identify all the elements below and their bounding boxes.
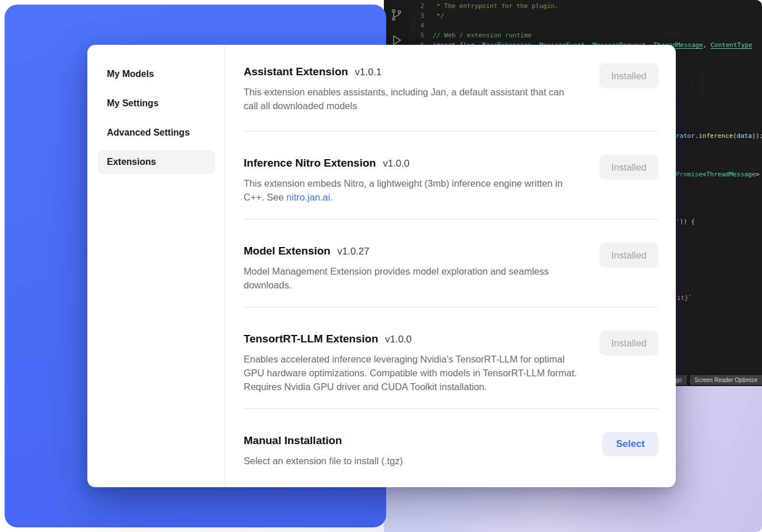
code-token: )); bbox=[752, 132, 762, 140]
extension-item: Model Extensionv1.0.27Model Management E… bbox=[244, 219, 659, 307]
extension-website-link[interactable]: nitro.jan.ai. bbox=[286, 192, 333, 202]
extension-item: Assistant Extensionv1.0.1This extension … bbox=[244, 64, 659, 131]
extension-item: Inference Nitro Extensionv1.0.0This exte… bbox=[244, 131, 659, 219]
code-token: * The entrypoint for the plugin. bbox=[433, 1, 559, 11]
extension-item: Manual InstallationSelect an extension f… bbox=[244, 408, 659, 483]
installed-button[interactable]: Installed bbox=[599, 330, 659, 356]
extension-description: Enables accelerated inference leveraging… bbox=[244, 352, 578, 394]
code-token: < bbox=[702, 171, 706, 178]
line-number: 3 bbox=[409, 11, 424, 21]
description-text: Enables accelerated inference leveraging… bbox=[244, 354, 577, 392]
extension-version: v1.0.27 bbox=[337, 246, 370, 257]
description-text: This extension enables assistants, inclu… bbox=[244, 87, 564, 111]
extension-title: Manual Installation bbox=[244, 433, 342, 448]
line-number: 5 bbox=[409, 30, 424, 40]
nav-item-my-settings[interactable]: My Settings bbox=[98, 91, 215, 115]
extension-description: This extension enables assistants, inclu… bbox=[244, 85, 578, 113]
code-token: ThreadMessage bbox=[706, 171, 756, 178]
code-token: )) { bbox=[680, 218, 695, 225]
code-token: Promise bbox=[676, 171, 702, 178]
extension-version: v1.0.0 bbox=[385, 334, 411, 345]
line-number: 2 bbox=[409, 1, 424, 11]
code-fragment: ')) { bbox=[676, 218, 695, 226]
extension-version: v1.0.1 bbox=[355, 67, 382, 78]
desktop-canvas: 2 * The entrypoint for the plugin.3 */45… bbox=[0, 0, 762, 532]
select-button[interactable]: Select bbox=[602, 432, 659, 456]
code-token: */ bbox=[433, 11, 444, 21]
extension-version: v1.0.0 bbox=[383, 158, 409, 169]
code-token: ' bbox=[676, 218, 680, 225]
code-token: // Web / extension runtime bbox=[433, 30, 532, 40]
code-token: rator bbox=[676, 132, 695, 140]
code-fragment: rator.inference(data)); bbox=[676, 132, 762, 140]
settings-modal: My ModelsMy SettingsAdvanced SettingsExt… bbox=[87, 45, 676, 487]
code-token: inference bbox=[699, 132, 733, 140]
extension-description: Select an extension file to install (.tg… bbox=[244, 454, 578, 468]
code-fragment: Promise<ThreadMessage> bbox=[676, 171, 760, 179]
extension-title: Inference Nitro Extension bbox=[244, 156, 376, 171]
settings-nav: My ModelsMy SettingsAdvanced SettingsExt… bbox=[87, 45, 225, 487]
code-token: ContentType bbox=[711, 40, 753, 50]
nav-item-extensions[interactable]: Extensions bbox=[98, 150, 215, 174]
extension-description: Model Management Extension provides mode… bbox=[244, 264, 578, 292]
code-fragment: it}` bbox=[677, 294, 692, 302]
source-control-icon[interactable] bbox=[390, 8, 403, 22]
code-lines: 2 * The entrypoint for the plugin.3 */45… bbox=[409, 1, 752, 50]
extension-title: Model Extension bbox=[244, 244, 330, 259]
code-token: . bbox=[695, 132, 699, 140]
installed-button[interactable]: Installed bbox=[599, 242, 659, 268]
nav-item-my-models[interactable]: My Models bbox=[98, 62, 215, 86]
line-number: 4 bbox=[409, 21, 424, 30]
extension-item: TensortRT-LLM Extensionv1.0.0Enables acc… bbox=[244, 307, 659, 408]
description-text: Select an extension file to install (.tg… bbox=[244, 456, 403, 466]
extension-description: This extension embeds Nitro, a lightweig… bbox=[244, 176, 578, 204]
extensions-list: Assistant Extensionv1.0.1This extension … bbox=[225, 45, 676, 487]
code-token: > bbox=[756, 171, 760, 178]
code-token: ( bbox=[733, 132, 737, 140]
nav-item-advanced-settings[interactable]: Advanced Settings bbox=[98, 121, 215, 145]
description-text: Model Management Extension provides mode… bbox=[244, 266, 549, 290]
code-token: data bbox=[737, 132, 752, 140]
code-token: it}` bbox=[677, 294, 692, 302]
code-token: , bbox=[703, 40, 710, 50]
statusbar-item[interactable]: Screen Reader Optimize bbox=[690, 375, 762, 385]
extension-title: TensortRT-LLM Extension bbox=[244, 331, 378, 346]
extension-title: Assistant Extension bbox=[244, 64, 348, 79]
installed-button[interactable]: Installed bbox=[599, 63, 659, 88]
installed-button[interactable]: Installed bbox=[599, 155, 659, 180]
